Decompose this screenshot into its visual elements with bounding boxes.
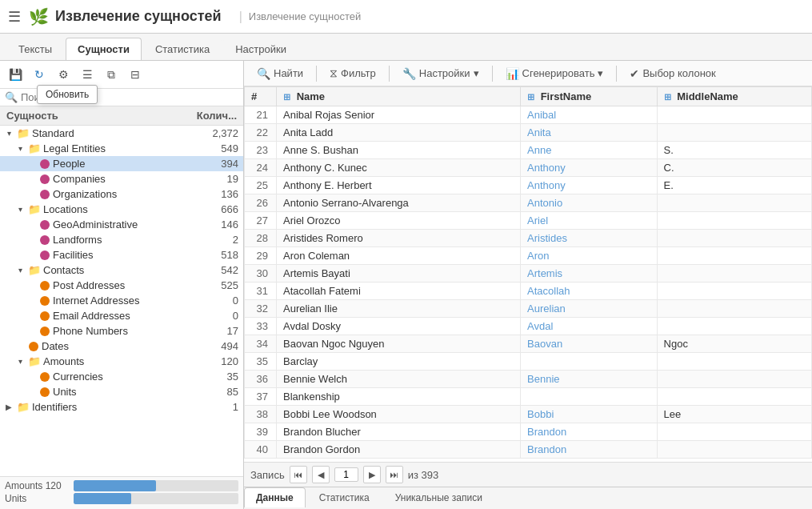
table-row[interactable]: 35Barclay <box>245 353 812 371</box>
cell-9-2[interactable]: Artemis <box>521 265 658 283</box>
first-page-button[interactable]: ⏮ <box>290 466 307 483</box>
cell-13-1[interactable]: Baovan Ngoc Nguyen <box>277 335 521 353</box>
col-header-firstname[interactable]: ⊞ FirstName <box>521 87 658 106</box>
settings-dropdown-button[interactable]: 🔧 Настройки ▾ <box>396 65 486 82</box>
tree-item-contacts[interactable]: ▾ 📁 Contacts 542 <box>0 263 243 278</box>
table-row[interactable]: 32Aurelian IlieAurelian <box>245 300 812 318</box>
table-row[interactable]: 29Aron ColemanAron <box>245 247 812 265</box>
table-row[interactable]: 23Anne S. BushanAnneS. <box>245 142 812 159</box>
cell-12-3[interactable] <box>657 318 811 335</box>
tree-container[interactable]: ▾ 📁 Standard 2,372 ▾ 📁 Legal Entities 54… <box>0 126 243 476</box>
table-row[interactable]: 28Aristides RomeroAristides <box>245 230 812 247</box>
cell-17-1[interactable]: Bobbi Lee Woodson <box>277 406 521 423</box>
cell-8-2[interactable]: Aron <box>521 247 658 265</box>
col-header-name[interactable]: ⊞ Name <box>277 87 521 106</box>
cell-4-3[interactable]: E. <box>657 177 811 194</box>
table-row[interactable]: 30Artemis BayatiArtemis <box>245 265 812 283</box>
cell-6-1[interactable]: Ariel Orozco <box>277 212 521 230</box>
tree-item-amounts[interactable]: ▾ 📁 Amounts 120 <box>0 354 243 369</box>
next-page-button[interactable]: ▶ <box>363 466 381 483</box>
cell-18-2[interactable]: Brandon <box>521 423 658 441</box>
tree-item-locations[interactable]: ▾ 📁 Locations 666 <box>0 202 243 217</box>
tree-item-standard[interactable]: ▾ 📁 Standard 2,372 <box>0 126 243 141</box>
cell-16-1[interactable]: Blankenship <box>277 388 521 406</box>
tab-texts[interactable]: Тексты <box>6 38 64 60</box>
cell-4-2[interactable]: Anthony <box>521 177 658 194</box>
cell-8-3[interactable] <box>657 247 811 265</box>
cell-6-2[interactable]: Ariel <box>521 212 658 230</box>
tree-item-identifiers[interactable]: ▶ 📁 Identifiers 1 <box>0 399 243 415</box>
cell-15-1[interactable]: Bennie Welch <box>277 371 521 388</box>
tree-item-units[interactable]: Units 85 <box>0 384 243 399</box>
page-input[interactable] <box>334 467 358 482</box>
table-row[interactable]: 25Anthony E. HerbertAnthonyE. <box>245 177 812 194</box>
refresh-button[interactable]: ↻ <box>29 64 50 85</box>
tree-item-dates[interactable]: Dates 494 <box>0 339 243 354</box>
cell-1-2[interactable]: Anita <box>521 124 658 142</box>
cell-0-3[interactable] <box>657 106 811 124</box>
cell-13-3[interactable]: Ngoc <box>657 335 811 353</box>
tree-item-phone-num[interactable]: Phone Numbers 17 <box>0 323 243 339</box>
table-row[interactable]: 39Brandon BlucherBrandon <box>245 423 812 441</box>
cell-10-3[interactable] <box>657 283 811 300</box>
table-row[interactable]: 24Anthony C. KunecAnthonyC. <box>245 159 812 177</box>
cell-0-2[interactable]: Anibal <box>521 106 658 124</box>
filter-button[interactable]: ⧖ Фильтр <box>323 64 382 82</box>
cell-9-3[interactable] <box>657 265 811 283</box>
prev-page-button[interactable]: ◀ <box>312 466 330 483</box>
cell-5-2[interactable]: Antonio <box>521 194 658 212</box>
tree-item-organizations[interactable]: Organizations 136 <box>0 186 243 202</box>
tree-item-landforms[interactable]: Landforms 2 <box>0 232 243 247</box>
cell-5-1[interactable]: Antonio Serrano-Alvarenga <box>277 194 521 212</box>
tree-item-email-addr[interactable]: Email Addresses 0 <box>0 308 243 323</box>
bottom-tab-statistics[interactable]: Статистика <box>307 487 382 507</box>
cell-5-3[interactable] <box>657 194 811 212</box>
cell-12-2[interactable]: Avdal <box>521 318 658 335</box>
bottom-tab-unique[interactable]: Уникальные записи <box>383 487 494 507</box>
cell-17-3[interactable]: Lee <box>657 406 811 423</box>
cell-6-3[interactable] <box>657 212 811 230</box>
cell-2-2[interactable]: Anne <box>521 142 658 159</box>
cell-15-3[interactable] <box>657 371 811 388</box>
cell-7-2[interactable]: Aristides <box>521 230 658 247</box>
cell-2-1[interactable]: Anne S. Bushan <box>277 142 521 159</box>
cell-14-3[interactable] <box>657 353 811 371</box>
cell-16-3[interactable] <box>657 388 811 406</box>
table-row[interactable]: 33Avdal DoskyAvdal <box>245 318 812 335</box>
cell-7-1[interactable]: Aristides Romero <box>277 230 521 247</box>
table-row[interactable]: 27Ariel OrozcoAriel <box>245 212 812 230</box>
cell-2-3[interactable]: S. <box>657 142 811 159</box>
table-row[interactable]: 22Anita LaddAnita <box>245 124 812 142</box>
cell-15-2[interactable]: Bennie <box>521 371 658 388</box>
table-row[interactable]: 26Antonio Serrano-AlvarengaAntonio <box>245 194 812 212</box>
tree-item-companies[interactable]: Companies 19 <box>0 171 243 186</box>
tree-item-people[interactable]: People 394 <box>0 156 243 171</box>
cell-9-1[interactable]: Artemis Bayati <box>277 265 521 283</box>
cell-12-1[interactable]: Avdal Dosky <box>277 318 521 335</box>
tab-entities[interactable]: Сущности <box>66 38 142 60</box>
hamburger-btn[interactable]: ☰ <box>8 8 21 26</box>
cell-19-1[interactable]: Brandon Gordon <box>277 441 521 459</box>
col-header-middlename[interactable]: ⊞ MiddleName <box>657 87 811 106</box>
cell-7-3[interactable] <box>657 230 811 247</box>
list-button[interactable]: ☰ <box>77 64 98 85</box>
cell-19-2[interactable]: Brandon <box>521 441 658 459</box>
table-row[interactable]: 36Bennie WelchBennie <box>245 371 812 388</box>
find-button[interactable]: 🔍 Найти <box>250 65 310 82</box>
copy2-button[interactable]: ⊟ <box>125 64 146 85</box>
cell-1-1[interactable]: Anita Ladd <box>277 124 521 142</box>
tree-item-legal[interactable]: ▾ 📁 Legal Entities 549 <box>0 141 243 156</box>
cell-13-2[interactable]: Baovan <box>521 335 658 353</box>
cell-18-3[interactable] <box>657 423 811 441</box>
cell-16-2[interactable] <box>521 388 658 406</box>
table-container[interactable]: # ⊞ Name ⊞ FirstName ⊞ MiddleName <box>244 86 812 462</box>
cell-11-3[interactable] <box>657 300 811 318</box>
cell-8-1[interactable]: Aron Coleman <box>277 247 521 265</box>
table-row[interactable]: 21Anibal Rojas SeniorAnibal <box>245 106 812 124</box>
cell-3-2[interactable]: Anthony <box>521 159 658 177</box>
cell-0-1[interactable]: Anibal Rojas Senior <box>277 106 521 124</box>
table-row[interactable]: 31Atacollah FatemiAtacollah <box>245 283 812 300</box>
tree-item-internet-addr[interactable]: Internet Addresses 0 <box>0 293 243 308</box>
cell-3-1[interactable]: Anthony C. Kunec <box>277 159 521 177</box>
tree-item-facilities[interactable]: Facilities 518 <box>0 247 243 263</box>
